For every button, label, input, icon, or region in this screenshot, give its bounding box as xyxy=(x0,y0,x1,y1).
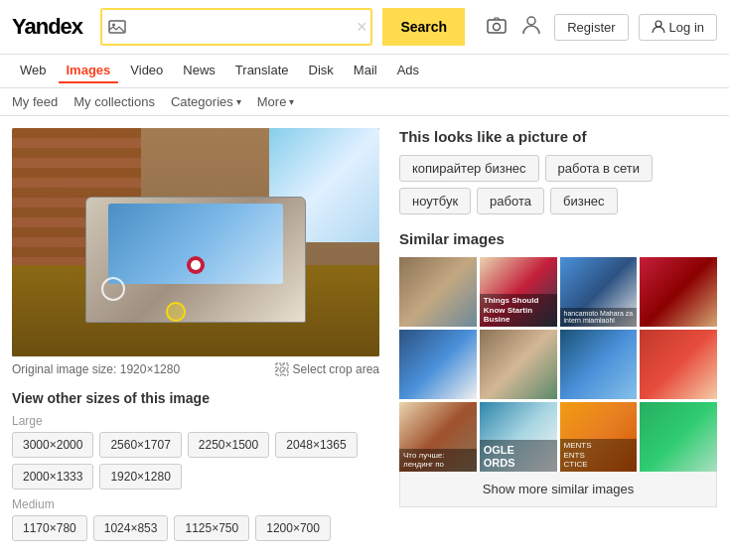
register-button[interactable]: Register xyxy=(554,14,628,41)
crop-circle-1 xyxy=(101,277,125,301)
tag-2[interactable]: ноутбук xyxy=(399,188,471,214)
header-icons xyxy=(483,11,544,44)
logo-y: Y xyxy=(12,14,24,39)
tag-4[interactable]: бизнес xyxy=(550,188,618,214)
similar-images-title: Similar images xyxy=(399,230,717,247)
search-button[interactable]: Search xyxy=(382,8,465,46)
svg-rect-6 xyxy=(276,363,281,368)
sim-overlay-9: OGLEORDS xyxy=(480,440,557,472)
original-size-text: Original image size: 1920×1280 xyxy=(12,362,180,376)
image-info-bar: Original image size: 1920×1280 Select cr… xyxy=(12,362,379,376)
person-icon xyxy=(522,15,540,35)
subnav-more-label: More xyxy=(257,94,287,109)
size-btn-2048x1365[interactable]: 2048×1365 xyxy=(275,432,357,458)
looks-like-title: This looks like a picture of xyxy=(399,128,717,145)
subnav-more[interactable]: More ▾ xyxy=(257,94,295,109)
nav-video[interactable]: Video xyxy=(122,59,171,83)
nav-mail[interactable]: Mail xyxy=(346,59,385,83)
similar-image-9[interactable]: OGLEORDS xyxy=(480,402,557,472)
size-btn-3000x2000[interactable]: 3000×2000 xyxy=(12,432,93,458)
svg-rect-8 xyxy=(276,370,281,375)
login-person-icon xyxy=(652,20,665,34)
similar-image-11[interactable] xyxy=(640,402,717,472)
image-search-icon xyxy=(108,19,126,35)
sim-overlay-2: hancamoto Mahara za intern miamlaohl xyxy=(560,308,638,327)
similar-images-grid: Things Should Know Startin Busine hancam… xyxy=(399,257,717,472)
login-label: Log in xyxy=(669,20,704,35)
sub-nav: My feed My collections Categories ▾ More… xyxy=(0,88,729,116)
similar-image-0[interactable] xyxy=(399,257,477,327)
large-category-label: Large xyxy=(12,414,379,428)
yandex-logo[interactable]: Yandex xyxy=(12,14,82,40)
camera-icon-button[interactable] xyxy=(483,12,510,43)
nav-translate[interactable]: Translate xyxy=(227,59,297,83)
camera-icon xyxy=(487,16,507,34)
similar-image-3[interactable] xyxy=(640,257,717,327)
size-btn-2560x1707[interactable]: 2560×1707 xyxy=(99,432,181,458)
svg-point-5 xyxy=(656,21,661,27)
main-content: Original image size: 1920×1280 Select cr… xyxy=(0,116,729,553)
size-btn-1200x700[interactable]: 1200×700 xyxy=(255,515,331,541)
large-sizes-grid: 3000×2000 2560×1707 2250×1500 2048×1365 … xyxy=(12,432,379,490)
search-input[interactable] xyxy=(132,10,357,44)
person-icon-button[interactable] xyxy=(518,11,544,44)
logo-on-laptop xyxy=(170,247,222,284)
left-panel: Original image size: 1920×1280 Select cr… xyxy=(12,128,379,541)
laptop xyxy=(85,197,306,323)
search-bar: × xyxy=(100,8,372,46)
right-panel: This looks like a picture of копирайтер … xyxy=(399,128,717,541)
main-nav: Web Images Video News Translate Disk Mai… xyxy=(0,55,729,88)
clear-icon[interactable]: × xyxy=(357,17,371,38)
subnav-categories[interactable]: Categories ▾ xyxy=(171,94,241,109)
size-btn-1125x750[interactable]: 1125×750 xyxy=(174,515,249,541)
tag-0[interactable]: копирайтер бизнес xyxy=(399,155,539,182)
nav-disk[interactable]: Disk xyxy=(301,59,342,83)
subnav-my-collections[interactable]: My collections xyxy=(73,94,155,109)
size-btn-2000x1333[interactable]: 2000×1333 xyxy=(12,464,93,490)
nav-ads[interactable]: Ads xyxy=(389,59,427,83)
size-btn-1170x780[interactable]: 1170×780 xyxy=(12,515,87,541)
tag-1[interactable]: работа в сети xyxy=(545,155,654,182)
svg-rect-9 xyxy=(283,370,288,375)
main-image-container[interactable] xyxy=(12,128,379,356)
search-image-icon[interactable] xyxy=(102,15,132,39)
similar-image-4[interactable] xyxy=(399,330,477,399)
sim-overlay-1: Things Should Know Startin Busine xyxy=(480,294,557,327)
svg-point-1 xyxy=(112,24,115,27)
crop-icon xyxy=(275,362,289,376)
show-more-button[interactable]: Show more similar images xyxy=(399,472,717,507)
similar-image-2[interactable]: hancamoto Mahara za intern miamlaohl xyxy=(560,257,638,327)
nav-news[interactable]: News xyxy=(175,59,223,83)
similar-image-10[interactable]: MENTSENTSCTICE xyxy=(560,402,638,472)
medium-category-label: Medium xyxy=(12,497,379,511)
similar-image-7[interactable] xyxy=(640,330,717,399)
main-photo xyxy=(12,128,379,356)
subnav-categories-label: Categories xyxy=(171,94,233,109)
login-button[interactable]: Log in xyxy=(639,14,717,41)
similar-image-6[interactable] xyxy=(560,330,638,399)
similar-image-1[interactable]: Things Should Know Startin Busine xyxy=(480,257,557,327)
header: Yandex × Search Regis xyxy=(0,0,729,55)
size-btn-1024x853[interactable]: 1024×853 xyxy=(93,515,169,541)
similar-image-5[interactable] xyxy=(480,330,557,399)
nav-images[interactable]: Images xyxy=(59,59,119,83)
svg-point-4 xyxy=(527,17,535,25)
sim-overlay-8: Что лучше: лендинг по xyxy=(399,449,477,472)
nav-web[interactable]: Web xyxy=(12,59,55,83)
sim-overlay-10: MENTSENTSCTICE xyxy=(560,439,638,472)
size-btn-1920x1280[interactable]: 1920×1280 xyxy=(99,464,181,490)
tags-container: копирайтер бизнес работа в сети ноутбук … xyxy=(399,155,717,214)
svg-rect-7 xyxy=(283,363,288,368)
sizes-section-title: View other sizes of this image xyxy=(12,390,379,406)
subnav-my-feed[interactable]: My feed xyxy=(12,94,58,109)
select-crop-label: Select crop area xyxy=(293,362,379,376)
tag-3[interactable]: работа xyxy=(477,188,544,214)
similar-image-8[interactable]: Что лучше: лендинг по xyxy=(399,402,477,472)
select-crop-button[interactable]: Select crop area xyxy=(275,362,379,376)
logo-andex: andex xyxy=(24,14,82,39)
size-btn-2250x1500[interactable]: 2250×1500 xyxy=(188,432,269,458)
categories-chevron-icon: ▾ xyxy=(236,96,241,107)
crop-circle-2 xyxy=(166,302,186,322)
more-chevron-icon: ▾ xyxy=(289,96,294,107)
medium-sizes-grid: 1170×780 1024×853 1125×750 1200×700 xyxy=(12,515,379,541)
